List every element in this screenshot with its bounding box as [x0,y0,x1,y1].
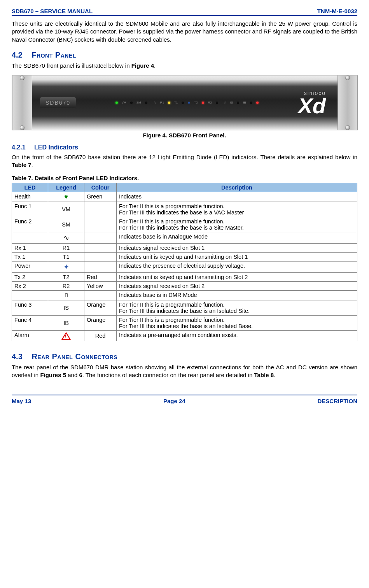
cell-legend: T1 [48,252,84,261]
alarm-triangle-icon: ! [61,332,71,340]
cell-colour [84,217,117,232]
cell-colour: Red [84,330,117,341]
table-row: Rx 2R2YellowIndicates signal received on… [12,281,357,290]
cell-legend: R2 [48,281,84,290]
panel-center: SDB670 VM SM ∿ R1 T1 T2 R2 ⎍ IS IB simoc… [32,90,338,116]
cell-colour: Red [84,272,117,281]
cell-description: Indicates unit is keyed up and transmitt… [117,272,357,281]
cell-description: Indicates base is in DMR Mode [117,290,357,300]
section-number: 4.3 [12,352,23,361]
table-row: Alarm!RedIndicates a pre-arranged alarm … [12,330,357,341]
cell-colour [84,261,117,272]
section-number: 4.2 [12,51,23,59]
cell-colour [84,252,117,261]
page-footer: May 13 Page 24 DESCRIPTION [12,395,357,404]
cell-description: For Tier II this is a programmable funct… [117,202,357,217]
cell-colour: Orange [84,315,117,330]
cell-legend: T2 [48,272,84,281]
cell-colour: Yellow [84,281,117,290]
cell-colour: Orange [84,300,117,315]
cell-description: Indicates the presence of electrical sup… [117,261,357,272]
table-7-caption: Table 7. Details of Front Panel LED Indi… [12,175,357,181]
intro-paragraph: These units are electrically identical t… [12,20,357,44]
section-4-2-1-heading: 4.2.1 LED Indicators [12,144,357,151]
table-row: ∿Indicates base is in Analogue Mode [12,232,357,243]
cell-led [12,232,48,243]
cell-led: Tx 2 [12,272,48,281]
subsection-title: LED Indicators [34,144,78,151]
cell-legend: ♥ [48,192,84,202]
cell-description: Indicates a pre-arranged alarm condition… [117,330,357,341]
rack-handle-right [338,75,358,130]
cell-led [12,290,48,300]
square-wave-icon: ⎍ [65,292,68,298]
th-description: Description [117,183,357,192]
cell-description: Indicates signal received on Slot 1 [117,243,357,252]
table-7: LED Legend Colour Description Health♥Gre… [12,183,357,341]
cell-description: For Tier II this is a programmable funct… [117,300,357,315]
cell-description: Indicates [117,192,357,202]
table-row: Func 3ISOrangeFor Tier II this is a prog… [12,300,357,315]
table-header-row: LED Legend Colour Description [12,183,357,192]
power-led-icon [188,102,190,104]
rack-handle-left [12,75,32,130]
cell-colour [84,290,117,300]
table-row: Power✦Indicates the presence of electric… [12,261,357,272]
cell-colour [84,243,117,252]
brand-logo: simoco Xd [298,90,330,116]
cell-colour: Green [84,192,117,202]
cell-legend: ⎍ [48,290,84,300]
cell-led: Func 4 [12,315,48,330]
section-4-2-text: The SDB670 front panel is illustrated be… [12,62,357,70]
panel-led-strip: VM SM ∿ R1 T1 T2 R2 ⎍ IS IB [115,101,259,104]
page-header: SDB670 – SERVICE MANUAL TNM-M-E-0032 [12,8,357,16]
screw-icon [20,75,24,80]
section-title: Rear Panel Connectors [31,352,117,361]
cell-description: Indicates unit is keyed up and transmitt… [117,252,357,261]
cell-description: For Tier II this is a programmable funct… [117,217,357,232]
th-colour: Colour [84,183,117,192]
table-row: Tx 1T1Indicates unit is keyed up and tra… [12,252,357,261]
cell-led: Health [12,192,48,202]
section-title: Front Panel [31,51,76,59]
screw-icon [345,75,350,80]
cell-colour [84,202,117,217]
heart-icon: ♥ [64,193,68,200]
cell-led: Func 1 [12,202,48,217]
table-row: ⎍Indicates base is in DMR Mode [12,290,357,300]
figure-4-caption: Figure 4. SDB670 Front Panel. [12,132,357,139]
cell-legend: VM [48,202,84,217]
cell-led: Rx 1 [12,243,48,252]
header-right: TNM-M-E-0032 [317,8,357,14]
screw-icon [345,125,350,130]
sine-wave-icon: ∿ [63,234,69,242]
cell-legend: ✦ [48,261,84,272]
table-row: Health♥GreenIndicates [12,192,357,202]
front-panel-figure: SDB670 VM SM ∿ R1 T1 T2 R2 ⎍ IS IB simoc… [12,75,358,130]
cell-legend: IS [48,300,84,315]
cell-legend: SM [48,217,84,232]
cell-led: Power [12,261,48,272]
screw-icon [20,125,24,130]
footer-left: May 13 [12,398,31,404]
section-4-3-heading: 4.3 Rear Panel Connectors [12,352,357,361]
cell-description: Indicates base is in Analogue Mode [117,232,357,243]
table-row: Tx 2T2RedIndicates unit is keyed up and … [12,272,357,281]
cell-colour [84,232,117,243]
section-4-3-text: The rear panel of the SDM670 DMR base st… [12,363,357,379]
cell-description: For Tier II this is a programmable funct… [117,315,357,330]
section-4-2-heading: 4.2 Front Panel [12,51,357,60]
header-left: SDB670 – SERVICE MANUAL [12,8,93,14]
cell-legend: IB [48,315,84,330]
footer-right: DESCRIPTION [317,398,357,404]
alarm-led-icon [256,102,259,104]
table-row: Func 4IBOrangeFor Tier II this is a prog… [12,315,357,330]
health-led-icon [115,102,118,104]
cell-led: Func 2 [12,217,48,232]
cell-led: Alarm [12,330,48,341]
table-row: Func 1VMFor Tier II this is a programmab… [12,202,357,217]
table-row: Func 2SMFor Tier II this is a programmab… [12,217,357,232]
cell-legend: R1 [48,243,84,252]
cell-legend: ∿ [48,232,84,243]
subsection-number: 4.2.1 [12,144,26,151]
